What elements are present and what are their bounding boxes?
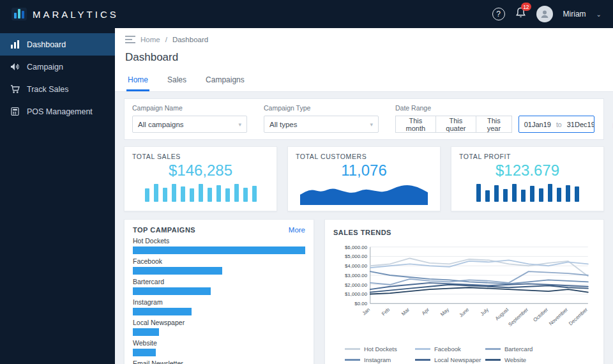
total-sales-card: TOTAL SALES $146,285: [124, 146, 277, 211]
more-link[interactable]: More: [289, 226, 305, 234]
mini-bar: [476, 184, 481, 202]
pos-terminal-icon: [10, 107, 20, 116]
total-customers-value: 11,076: [296, 162, 432, 179]
tab-campaigns[interactable]: Campaigns: [204, 72, 246, 91]
tab-home[interactable]: Home: [126, 72, 149, 91]
legend-swatch: [415, 348, 430, 350]
legend-label: Instagram: [364, 356, 391, 363]
breadcrumb: Home / Dashboard: [115, 28, 613, 45]
mini-bar: [172, 184, 176, 202]
campaign-bar-row: Bartercard: [133, 278, 305, 295]
sales-trends-title: SALES TRENDS: [333, 229, 391, 236]
svg-text:$5,000.00: $5,000.00: [345, 254, 368, 259]
svg-text:July: July: [480, 307, 490, 317]
date-range-input[interactable]: 01Jan19 to 31Dec19: [518, 116, 594, 133]
svg-text:June: June: [458, 307, 470, 319]
campaign-label: Instagram: [133, 298, 305, 306]
tab-bar: Home Sales Campaigns: [115, 72, 613, 91]
mini-bar: [225, 188, 230, 202]
sidebar-item-track-sales[interactable]: Track Sales: [0, 78, 115, 100]
campaign-name-select[interactable]: All campaigns ▾: [132, 116, 247, 133]
svg-text:May: May: [439, 307, 450, 317]
user-name[interactable]: Miriam: [563, 10, 586, 19]
svg-text:December: December: [568, 307, 589, 326]
svg-text:October: October: [532, 307, 549, 323]
mini-bar: [243, 188, 248, 202]
legend-label: Bartercard: [504, 345, 533, 353]
sales-trends-card: SALES TRENDS $6,000.00$5,000.00$4,000.00…: [324, 219, 604, 364]
date-to-value[interactable]: 31Dec19: [562, 121, 594, 128]
sidebar-item-campaign[interactable]: Campaign: [0, 56, 115, 78]
svg-text:Apr: Apr: [421, 307, 430, 316]
mini-bar: [252, 186, 257, 202]
sidebar-item-label: Track Sales: [27, 85, 69, 94]
page-title: Dashboard: [115, 45, 613, 72]
svg-text:August: August: [494, 307, 510, 322]
mini-bar: [199, 184, 203, 202]
mini-bar: [512, 184, 517, 202]
campaign-bar-row: Facebook: [133, 257, 305, 275]
date-range-to-word: to: [556, 121, 562, 128]
preset-this-quarter[interactable]: This quater: [436, 116, 476, 133]
megaphone-icon: [10, 62, 20, 72]
total-sales-value: $146,285: [132, 162, 269, 179]
campaign-label: Website: [133, 339, 305, 347]
campaign-name-filter: Campaign Name All campaigns ▾: [132, 104, 247, 133]
legend-swatch: [345, 359, 360, 361]
campaign-label: Facebook: [133, 257, 305, 265]
campaign-name-label: Campaign Name: [132, 104, 247, 112]
legend-swatch: [415, 359, 430, 361]
chevron-down-icon[interactable]: ⌄: [596, 11, 602, 18]
date-from-value[interactable]: 01Jan19: [519, 121, 556, 128]
mini-bar: [539, 188, 543, 202]
tab-sales[interactable]: Sales: [166, 72, 188, 91]
campaign-type-select[interactable]: All types ▾: [264, 116, 379, 133]
date-range-filter: Date Range This month This quater This y…: [395, 104, 594, 133]
total-sales-label: TOTAL SALES: [132, 153, 269, 160]
series-line-hot-dockets: [370, 258, 588, 276]
total-profit-value: $123.679: [459, 162, 596, 179]
breadcrumb-home[interactable]: Home: [140, 36, 160, 43]
total-profit-chart: [459, 183, 596, 202]
legend-swatch: [345, 348, 360, 350]
mini-bar: [208, 188, 212, 202]
mini-bar: [145, 188, 149, 202]
avatar[interactable]: [536, 6, 553, 22]
sidebar-item-label: Dashboard: [27, 40, 66, 49]
mini-bar: [575, 186, 579, 202]
campaign-bar-row: Instagram: [133, 298, 305, 315]
preset-this-year[interactable]: This year: [476, 116, 512, 133]
legend-label: Website: [504, 356, 526, 363]
sidebar-item-label: POS Management: [27, 107, 93, 116]
campaign-bar-row: Hot Dockets: [133, 237, 305, 254]
area-path: [300, 185, 428, 205]
sidebar-item-pos-management[interactable]: POS Management: [0, 100, 115, 123]
svg-text:Jan: Jan: [361, 307, 371, 316]
legend-swatch: [485, 348, 501, 350]
campaign-type-filter: Campaign Type All types ▾: [264, 104, 379, 133]
svg-text:$6,000.00: $6,000.00: [345, 245, 368, 250]
date-range-label: Date Range: [395, 104, 594, 112]
sales-trends-legend: Hot DocketsFacebookBartercardInstagramLo…: [333, 344, 595, 364]
notification-badge: 12: [521, 3, 531, 11]
menu-icon[interactable]: [125, 36, 135, 43]
mini-bar: [190, 188, 194, 202]
campaign-bar: [133, 328, 159, 336]
svg-text:$4,000.00: $4,000.00: [345, 263, 368, 269]
total-customers-label: TOTAL CUSTOMERS: [296, 153, 432, 160]
mini-bar: [154, 184, 158, 202]
mini-bar: [494, 185, 499, 202]
preset-this-month[interactable]: This month: [395, 116, 436, 133]
svg-text:$3,000.00: $3,000.00: [345, 273, 368, 278]
stat-cards: TOTAL SALES $146,285 TOTAL CUSTOMERS 11,…: [124, 146, 604, 211]
help-icon[interactable]: ?: [492, 8, 505, 20]
breadcrumb-separator: /: [165, 36, 167, 43]
notifications-button[interactable]: 12: [515, 7, 526, 21]
mini-bar: [234, 184, 239, 202]
topbar: MARALYTICS ? 12 Miriam ⌄: [0, 0, 613, 28]
campaign-bar-row: Local Newspaper: [133, 319, 305, 336]
svg-text:$0.00: $0.00: [354, 301, 367, 307]
sidebar-item-dashboard[interactable]: Dashboard: [0, 33, 115, 56]
legend-item: Facebook: [415, 345, 485, 353]
chevron-down-icon: ▾: [238, 121, 241, 128]
